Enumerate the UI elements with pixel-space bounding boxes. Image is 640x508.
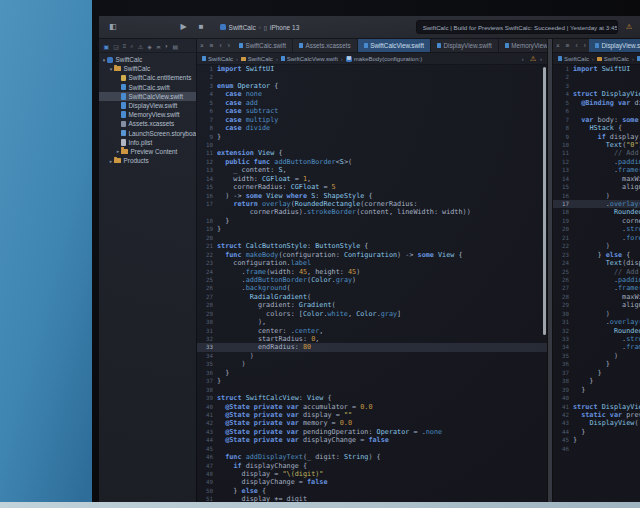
code-line[interactable]: 9 if display.isEmpty {: [553, 133, 640, 141]
code-line[interactable]: 16 ): [553, 192, 640, 200]
code-line[interactable]: 15 cornerRadius: CGFloat = 5: [197, 183, 547, 191]
scheme-selector[interactable]: SwiftCalc › ▯ iPhone 13: [220, 24, 300, 31]
tree-item-swiftcalcview-swift[interactable]: SwiftCalcView.swift: [99, 92, 196, 101]
project-navigator-icon[interactable]: ▣: [102, 43, 111, 50]
code-line[interactable]: 10 Text("0"): [553, 141, 640, 149]
code-line[interactable]: 51 display += digit: [197, 495, 547, 502]
back-icon[interactable]: ‹: [573, 39, 581, 52]
tree-item-swiftcalc-swift[interactable]: SwiftCalc.swift: [99, 83, 196, 92]
code-line[interactable]: 16 ) -> some View where S: ShapeStyle {: [197, 192, 547, 200]
activity-status[interactable]: SwiftCalc | Build for Previews SwiftCalc…: [416, 20, 618, 34]
breadcrumb-item[interactable]: MmakeBody(configuration:): [346, 56, 422, 62]
test-navigator-icon[interactable]: ◈: [146, 43, 154, 50]
code-line[interactable]: 41struct DisplayView_Previews: PreviewPr…: [553, 403, 640, 411]
code-line[interactable]: 8 HStack {: [553, 124, 640, 132]
code-line[interactable]: 8 case divide: [197, 124, 547, 132]
close-editor-icon[interactable]: ×: [553, 39, 563, 52]
secondary-code-editor[interactable]: 1import SwiftUI234struct DisplayView: Vi…: [553, 65, 640, 502]
scrollbar[interactable]: [543, 67, 546, 335]
tree-item-displayview-swift[interactable]: DisplayView.swift: [99, 101, 196, 110]
code-line[interactable]: 21 .foregroundColor(): [553, 234, 640, 242]
code-line[interactable]: 7 var body: some View {: [553, 116, 640, 124]
stop-button[interactable]: ■: [195, 21, 208, 33]
code-line[interactable]: 12 .padding(): [553, 158, 640, 166]
code-line[interactable]: 39 }: [553, 386, 640, 394]
breadcrumb-item[interactable]: SwiftCalc: [558, 56, 589, 62]
next-issue-icon[interactable]: ›: [540, 56, 542, 62]
run-button[interactable]: ▶: [177, 21, 191, 33]
code-line[interactable]: 44 }: [553, 428, 640, 436]
tree-item-swiftcalc[interactable]: ▾SwiftCalc: [99, 55, 196, 64]
code-line[interactable]: 17 return overlay(RoundedRectangle(corne…: [197, 200, 547, 208]
find-navigator-icon[interactable]: ⌕: [129, 43, 135, 50]
code-line[interactable]: 50 } else {: [197, 487, 547, 495]
tab-swiftcalc-swift[interactable]: SwiftCalc.swift: [233, 39, 293, 52]
code-line[interactable]: 37}: [197, 377, 547, 385]
code-line[interactable]: 6 case subtract: [197, 107, 547, 115]
code-line[interactable]: 29 alignment: .trailing: [553, 301, 640, 309]
tree-item-info-plist[interactable]: Info.plist: [99, 138, 196, 147]
code-line[interactable]: 38 }: [553, 377, 640, 385]
navigator-toggle-icon[interactable]: ◧: [105, 21, 121, 33]
breadcrumb-item[interactable]: SwiftCalc: [597, 56, 629, 62]
code-line[interactable]: 35 ): [553, 352, 640, 360]
code-line[interactable]: 34 ): [197, 352, 547, 360]
code-line[interactable]: 42 static var previews: some View {: [553, 411, 640, 419]
code-line[interactable]: 29 colors: [Color.white, Color.gray]: [197, 310, 547, 318]
code-line[interactable]: cornerRadius).strokeBorder(content, line…: [197, 208, 547, 216]
code-line[interactable]: 2: [553, 73, 640, 81]
source-control-navigator-icon[interactable]: ◲: [112, 43, 121, 50]
code-line[interactable]: 46: [553, 445, 640, 453]
symbol-navigator-icon[interactable]: ≡: [121, 43, 128, 49]
breadcrumb-item[interactable]: SwiftCalc: [241, 56, 273, 62]
tree-item-swiftcalc-entitlements[interactable]: SwiftCalc.entitlements: [99, 73, 196, 82]
tree-item-assets-xcassets[interactable]: Assets.xcassets: [99, 119, 196, 128]
code-line[interactable]: 13 .frame(: [553, 166, 640, 174]
tab-displayview-swift[interactable]: DisplayView.swift: [431, 39, 499, 52]
code-line[interactable]: 38: [197, 386, 547, 394]
code-line[interactable]: 25 .addButtonBorder(Color.gray): [197, 276, 547, 284]
related-items-icon[interactable]: ≡: [207, 39, 217, 52]
warning-icon[interactable]: ⚠: [626, 23, 632, 31]
code-line[interactable]: 26 .background(: [197, 284, 547, 292]
code-line[interactable]: 45}: [553, 436, 640, 444]
code-line[interactable]: 14 width: CGFloat = 1,: [197, 175, 547, 183]
code-line[interactable]: 48 display = "\(digit)": [197, 470, 547, 478]
tab-swiftcalcview-swift[interactable]: SwiftCalcView.swift: [358, 39, 431, 52]
code-line[interactable]: 24 Text(display): [553, 259, 640, 267]
code-line[interactable]: 4 case none: [197, 90, 547, 98]
code-line[interactable]: 17 .overlay(: [553, 200, 640, 208]
code-line[interactable]: 12 public func addButtonBorder<S>(: [197, 158, 547, 166]
tree-item-memoryview-swift[interactable]: MemoryView.swift: [99, 110, 196, 119]
tab-assets-xcassets[interactable]: Assets.xcassets: [293, 39, 358, 52]
code-line[interactable]: 21struct CalcButtonStyle: ButtonStyle {: [197, 242, 547, 250]
code-line[interactable]: 32 startRadius: 0,: [197, 335, 547, 343]
code-line[interactable]: 36 }: [197, 369, 547, 377]
code-line[interactable]: 43 @State private var pendingOperation: …: [197, 428, 547, 436]
code-line[interactable]: 3enum Operator {: [197, 82, 547, 90]
breakpoint-navigator-icon[interactable]: ◗: [163, 43, 170, 49]
code-line[interactable]: 27 .frame(: [553, 284, 640, 292]
code-line[interactable]: 35 ): [197, 360, 547, 368]
code-line[interactable]: 47 if displayChange {: [197, 462, 547, 470]
breadcrumb-item[interactable]: SwiftCalc: [202, 56, 233, 62]
code-line[interactable]: 36 }: [553, 360, 640, 368]
code-line[interactable]: 32 RoundedRectangle(: [553, 327, 640, 335]
code-line[interactable]: 23 configuration.label: [197, 259, 547, 267]
breadcrumb-item[interactable]: SwiftCalcView.swift: [281, 56, 338, 62]
related-items-icon[interactable]: ≡: [563, 39, 573, 52]
tree-item-launchscreen-storyboard[interactable]: LaunchScreen.storyboard: [99, 129, 196, 138]
tree-item-preview-content[interactable]: ▸Preview Content: [99, 147, 196, 156]
code-line[interactable]: 43 DisplayView(: [553, 419, 640, 427]
code-line[interactable]: 28 maxWidth: .infinity,: [553, 293, 640, 301]
code-line[interactable]: 34 .frame(): [553, 343, 640, 351]
code-line[interactable]: 4struct DisplayView: View {: [553, 90, 640, 98]
code-line[interactable]: 19 cornerRadius: 5): [553, 217, 640, 225]
code-line[interactable]: 11extension View {: [197, 149, 547, 157]
code-line[interactable]: 40: [553, 394, 640, 402]
tree-item-swiftcalc[interactable]: ▾SwiftCalc: [99, 64, 196, 73]
code-line[interactable]: 33 .stroke(): [553, 335, 640, 343]
code-line[interactable]: 28 gradient: Gradient(: [197, 301, 547, 309]
forward-icon[interactable]: ›: [225, 39, 233, 52]
code-line[interactable]: 11 // Add: [553, 149, 640, 157]
